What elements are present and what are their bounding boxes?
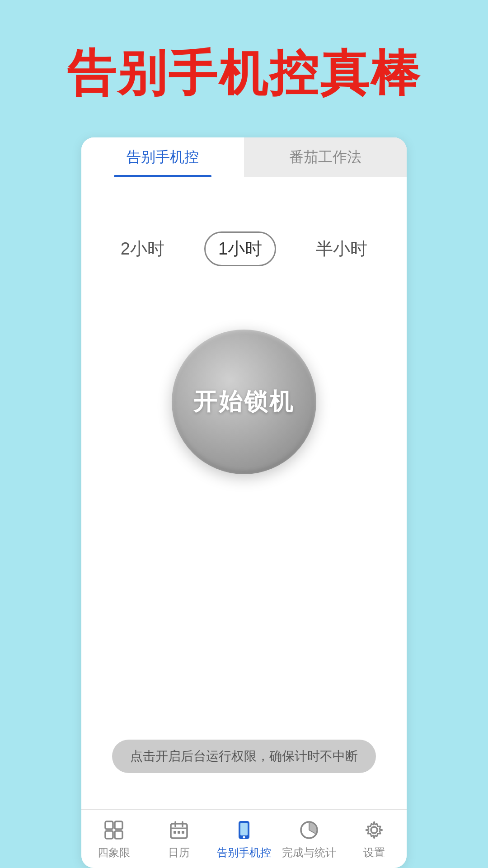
- nav-item-stats[interactable]: 完成与统计: [277, 810, 342, 868]
- time-option-2h[interactable]: 2小时: [108, 233, 177, 265]
- svg-rect-8: [174, 831, 176, 834]
- nav-item-settings[interactable]: 设置: [342, 810, 407, 868]
- nav-item-phone[interactable]: 告别手机控: [211, 810, 277, 868]
- tab-phone-control[interactable]: 告别手机控: [81, 137, 244, 177]
- svg-rect-3: [115, 831, 122, 839]
- svg-rect-2: [105, 831, 113, 839]
- bottom-nav: 四象限 日历: [81, 809, 407, 868]
- time-option-half[interactable]: 半小时: [303, 233, 380, 265]
- time-option-1h[interactable]: 1小时: [204, 231, 276, 266]
- nav-item-quadrant[interactable]: 四象限: [81, 810, 146, 868]
- nav-label-quadrant: 四象限: [98, 845, 130, 860]
- svg-rect-0: [105, 821, 113, 829]
- stats-icon: [297, 818, 321, 842]
- nav-label-phone: 告别手机控: [217, 845, 271, 860]
- nav-item-calendar[interactable]: 日历: [146, 810, 211, 868]
- lock-button-wrap: 开始锁机: [172, 330, 316, 474]
- svg-point-13: [243, 836, 245, 838]
- phone-icon: [232, 818, 256, 842]
- svg-rect-9: [178, 831, 180, 834]
- gear-icon: [362, 818, 386, 842]
- main-content: 2小时 1小时 半小时 开始锁机 点击开启后台运行权限，确保计时不中断: [81, 177, 407, 809]
- time-selector: 2小时 1小时 半小时: [108, 231, 380, 266]
- start-lock-button[interactable]: 开始锁机: [172, 330, 316, 474]
- lock-button-label: 开始锁机: [193, 386, 295, 418]
- svg-rect-1: [115, 821, 122, 829]
- app-card: 告别手机控 番茄工作法 2小时 1小时 半小时 开始锁机 点击开启后台运行权限，…: [81, 137, 407, 868]
- nav-label-stats: 完成与统计: [282, 845, 336, 860]
- nav-label-settings: 设置: [363, 845, 385, 860]
- hero-title: 告别手机控真棒: [67, 45, 421, 101]
- tab-bar: 告别手机控 番茄工作法: [81, 137, 407, 177]
- calendar-icon: [167, 818, 191, 842]
- notice-pill[interactable]: 点击开启后台运行权限，确保计时不中断: [112, 740, 376, 773]
- svg-rect-12: [240, 823, 248, 835]
- svg-point-17: [371, 827, 377, 833]
- svg-rect-10: [182, 831, 184, 834]
- grid-icon: [102, 818, 126, 842]
- tab-pomodoro[interactable]: 番茄工作法: [244, 137, 407, 177]
- nav-label-calendar: 日历: [168, 845, 190, 860]
